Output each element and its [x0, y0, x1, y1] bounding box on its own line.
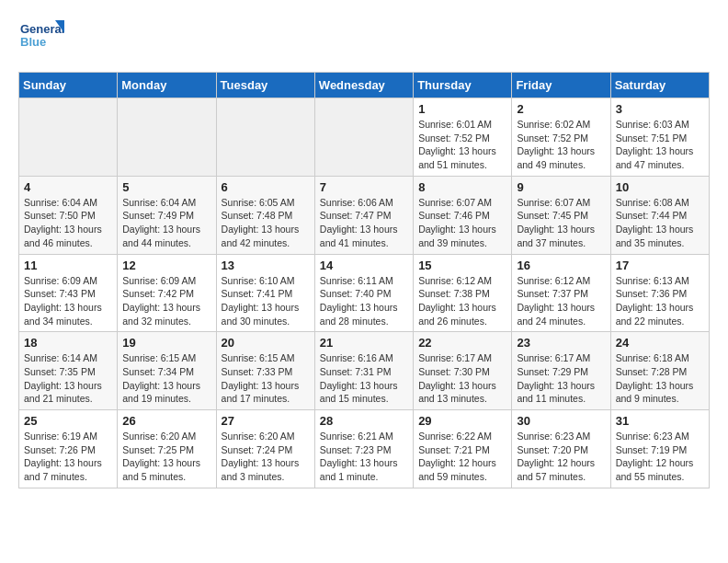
- day-number: 6: [222, 180, 310, 194]
- calendar-cell: 12Sunrise: 6:09 AMSunset: 7:42 PMDayligh…: [118, 254, 216, 332]
- day-info: Sunrise: 6:16 AMSunset: 7:31 PMDaylight:…: [320, 351, 408, 406]
- day-info: Sunrise: 6:19 AMSunset: 7:26 PMDaylight:…: [24, 430, 112, 484]
- calendar-cell: [216, 98, 314, 177]
- calendar-cell: 4Sunrise: 6:04 AMSunset: 7:50 PMDaylight…: [19, 176, 118, 254]
- weekday-header-wednesday: Wednesday: [314, 73, 413, 98]
- calendar-cell: 1Sunrise: 6:01 AMSunset: 7:52 PMDaylight…: [414, 98, 512, 177]
- day-info: Sunrise: 6:15 AMSunset: 7:33 PMDaylight:…: [222, 351, 310, 406]
- day-info: Sunrise: 6:09 AMSunset: 7:42 PMDaylight:…: [122, 274, 210, 328]
- day-info: Sunrise: 6:01 AMSunset: 7:52 PMDaylight:…: [418, 118, 506, 172]
- day-info: Sunrise: 6:17 AMSunset: 7:30 PMDaylight:…: [418, 351, 506, 406]
- day-info: Sunrise: 6:10 AMSunset: 7:41 PMDaylight:…: [222, 274, 310, 328]
- day-number: 28: [320, 414, 408, 428]
- weekday-header-tuesday: Tuesday: [216, 73, 314, 98]
- calendar-cell: 8Sunrise: 6:07 AMSunset: 7:46 PMDaylight…: [414, 176, 512, 254]
- day-number: 21: [320, 336, 408, 350]
- day-info: Sunrise: 6:05 AMSunset: 7:48 PMDaylight:…: [222, 196, 310, 250]
- day-info: Sunrise: 6:12 AMSunset: 7:38 PMDaylight:…: [418, 274, 506, 328]
- day-number: 31: [616, 414, 704, 428]
- day-number: 25: [24, 414, 112, 428]
- calendar-cell: 24Sunrise: 6:18 AMSunset: 7:28 PMDayligh…: [610, 332, 709, 410]
- day-number: 15: [418, 259, 506, 272]
- day-info: Sunrise: 6:23 AMSunset: 7:19 PMDaylight:…: [616, 430, 704, 484]
- day-number: 11: [24, 259, 112, 272]
- calendar-cell: 3Sunrise: 6:03 AMSunset: 7:51 PMDaylight…: [610, 98, 709, 177]
- calendar-cell: 17Sunrise: 6:13 AMSunset: 7:36 PMDayligh…: [610, 254, 709, 332]
- calendar-cell: 6Sunrise: 6:05 AMSunset: 7:48 PMDaylight…: [216, 176, 314, 254]
- day-number: 27: [222, 414, 310, 428]
- weekday-header-friday: Friday: [512, 73, 610, 98]
- day-info: Sunrise: 6:13 AMSunset: 7:36 PMDaylight:…: [616, 274, 704, 328]
- day-info: Sunrise: 6:22 AMSunset: 7:21 PMDaylight:…: [418, 430, 506, 484]
- day-info: Sunrise: 6:09 AMSunset: 7:43 PMDaylight:…: [24, 274, 112, 328]
- calendar-cell: 19Sunrise: 6:15 AMSunset: 7:34 PMDayligh…: [118, 332, 216, 410]
- day-number: 24: [616, 336, 704, 350]
- day-number: 8: [418, 180, 506, 194]
- calendar-cell: 20Sunrise: 6:15 AMSunset: 7:33 PMDayligh…: [216, 332, 314, 410]
- day-info: Sunrise: 6:21 AMSunset: 7:23 PMDaylight:…: [320, 430, 408, 484]
- day-number: 9: [517, 180, 605, 194]
- day-info: Sunrise: 6:07 AMSunset: 7:45 PMDaylight:…: [517, 196, 605, 250]
- weekday-header-monday: Monday: [118, 73, 216, 98]
- day-info: Sunrise: 6:07 AMSunset: 7:46 PMDaylight:…: [418, 196, 506, 250]
- week-row-4: 18Sunrise: 6:14 AMSunset: 7:35 PMDayligh…: [19, 332, 710, 410]
- day-info: Sunrise: 6:18 AMSunset: 7:28 PMDaylight:…: [616, 351, 704, 406]
- week-row-5: 25Sunrise: 6:19 AMSunset: 7:26 PMDayligh…: [19, 410, 710, 488]
- page-header: General Blue: [18, 18, 710, 57]
- calendar-cell: 23Sunrise: 6:17 AMSunset: 7:29 PMDayligh…: [512, 332, 610, 410]
- calendar-cell: 7Sunrise: 6:06 AMSunset: 7:47 PMDaylight…: [314, 176, 413, 254]
- day-number: 7: [320, 180, 408, 194]
- calendar-cell: 21Sunrise: 6:16 AMSunset: 7:31 PMDayligh…: [314, 332, 413, 410]
- calendar-cell: 14Sunrise: 6:11 AMSunset: 7:40 PMDayligh…: [314, 254, 413, 332]
- day-info: Sunrise: 6:23 AMSunset: 7:20 PMDaylight:…: [517, 430, 605, 484]
- day-info: Sunrise: 6:02 AMSunset: 7:52 PMDaylight:…: [517, 118, 605, 172]
- weekday-header-thursday: Thursday: [414, 73, 512, 98]
- day-number: 29: [418, 414, 506, 428]
- calendar-cell: 27Sunrise: 6:20 AMSunset: 7:24 PMDayligh…: [216, 410, 314, 488]
- day-info: Sunrise: 6:03 AMSunset: 7:51 PMDaylight:…: [616, 118, 704, 172]
- week-row-1: 1Sunrise: 6:01 AMSunset: 7:52 PMDaylight…: [19, 98, 710, 177]
- day-number: 4: [24, 180, 112, 194]
- calendar-cell: 9Sunrise: 6:07 AMSunset: 7:45 PMDaylight…: [512, 176, 610, 254]
- day-info: Sunrise: 6:08 AMSunset: 7:44 PMDaylight:…: [616, 196, 704, 250]
- calendar-cell: 31Sunrise: 6:23 AMSunset: 7:19 PMDayligh…: [610, 410, 709, 488]
- day-info: Sunrise: 6:20 AMSunset: 7:25 PMDaylight:…: [122, 430, 210, 484]
- day-number: 3: [616, 102, 704, 116]
- calendar-cell: [314, 98, 413, 177]
- day-number: 30: [517, 414, 605, 428]
- calendar-cell: 15Sunrise: 6:12 AMSunset: 7:38 PMDayligh…: [414, 254, 512, 332]
- svg-text:Blue: Blue: [20, 35, 46, 49]
- calendar-cell: 10Sunrise: 6:08 AMSunset: 7:44 PMDayligh…: [610, 176, 709, 254]
- day-number: 10: [616, 180, 704, 194]
- calendar-cell: 26Sunrise: 6:20 AMSunset: 7:25 PMDayligh…: [118, 410, 216, 488]
- calendar-cell: [118, 98, 216, 177]
- day-number: 12: [122, 259, 210, 272]
- logo: General Blue: [18, 18, 64, 57]
- calendar-cell: 11Sunrise: 6:09 AMSunset: 7:43 PMDayligh…: [19, 254, 118, 332]
- day-number: 2: [517, 102, 605, 116]
- day-number: 18: [24, 336, 112, 350]
- day-info: Sunrise: 6:14 AMSunset: 7:35 PMDaylight:…: [24, 351, 112, 406]
- calendar-cell: 13Sunrise: 6:10 AMSunset: 7:41 PMDayligh…: [216, 254, 314, 332]
- day-info: Sunrise: 6:06 AMSunset: 7:47 PMDaylight:…: [320, 196, 408, 250]
- weekday-header-sunday: Sunday: [19, 73, 118, 98]
- calendar-cell: 2Sunrise: 6:02 AMSunset: 7:52 PMDaylight…: [512, 98, 610, 177]
- day-info: Sunrise: 6:17 AMSunset: 7:29 PMDaylight:…: [517, 351, 605, 406]
- day-number: 26: [122, 414, 210, 428]
- week-row-2: 4Sunrise: 6:04 AMSunset: 7:50 PMDaylight…: [19, 176, 710, 254]
- calendar-cell: 25Sunrise: 6:19 AMSunset: 7:26 PMDayligh…: [19, 410, 118, 488]
- day-number: 19: [122, 336, 210, 350]
- weekday-header-row: SundayMondayTuesdayWednesdayThursdayFrid…: [19, 73, 710, 98]
- calendar-cell: 5Sunrise: 6:04 AMSunset: 7:49 PMDaylight…: [118, 176, 216, 254]
- day-number: 14: [320, 259, 408, 272]
- day-info: Sunrise: 6:20 AMSunset: 7:24 PMDaylight:…: [222, 430, 310, 484]
- day-info: Sunrise: 6:04 AMSunset: 7:49 PMDaylight:…: [122, 196, 210, 250]
- day-number: 23: [517, 336, 605, 350]
- day-number: 17: [616, 259, 704, 272]
- day-number: 13: [222, 259, 310, 272]
- logo-svg: General Blue: [18, 18, 64, 57]
- calendar-cell: 18Sunrise: 6:14 AMSunset: 7:35 PMDayligh…: [19, 332, 118, 410]
- day-info: Sunrise: 6:04 AMSunset: 7:50 PMDaylight:…: [24, 196, 112, 250]
- calendar-cell: 28Sunrise: 6:21 AMSunset: 7:23 PMDayligh…: [314, 410, 413, 488]
- calendar-cell: [19, 98, 118, 177]
